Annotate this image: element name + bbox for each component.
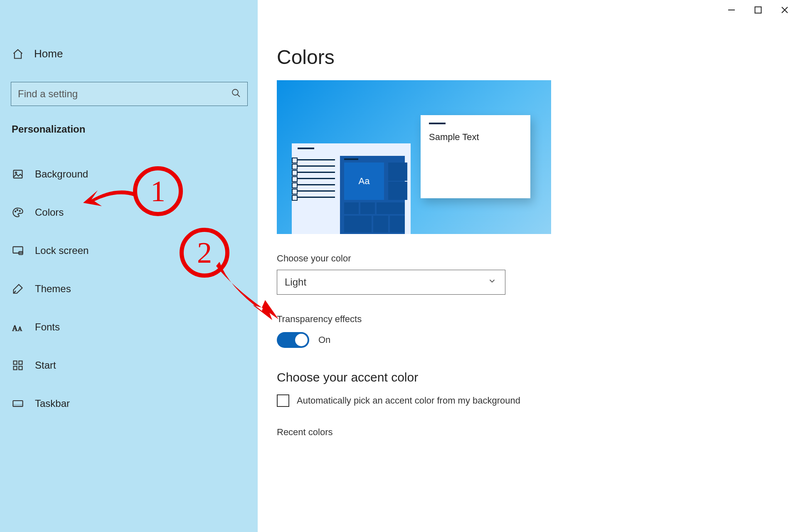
search-input[interactable] <box>11 82 248 106</box>
auto-accent-row[interactable]: Automatically pick an accent color from … <box>277 394 773 407</box>
sidebar-item-taskbar[interactable]: Taskbar <box>0 384 258 423</box>
choose-color-value: Light <box>285 276 306 288</box>
taskbar-icon <box>12 397 24 410</box>
sidebar-section-label: Personalization <box>0 106 258 139</box>
svg-rect-13 <box>19 361 22 365</box>
auto-accent-checkbox[interactable] <box>277 394 289 407</box>
color-preview: Aa Sample Text <box>277 80 551 234</box>
svg-text:A: A <box>18 326 22 332</box>
svg-rect-17 <box>13 404 22 406</box>
sidebar-item-fonts[interactable]: AA Fonts <box>0 308 258 346</box>
monitor-icon <box>12 244 24 257</box>
sidebar-item-label: Taskbar <box>35 398 70 409</box>
auto-accent-label: Automatically pick an accent color from … <box>297 395 520 406</box>
preview-sample-card: Sample Text <box>421 115 530 198</box>
preview-tile-aa: Aa <box>344 163 384 200</box>
svg-text:A: A <box>12 324 18 332</box>
transparency-label: Transparency effects <box>277 314 773 325</box>
home-icon <box>12 48 24 60</box>
sidebar: Home Personalization Background Colors L… <box>0 0 258 532</box>
accent-heading: Choose your accent color <box>277 370 773 384</box>
svg-point-7 <box>20 210 20 211</box>
grid-icon <box>12 359 24 372</box>
svg-rect-14 <box>14 366 17 369</box>
transparency-state: On <box>318 335 330 345</box>
palette-icon <box>12 206 24 219</box>
preview-start-window: Aa <box>292 143 411 234</box>
svg-rect-12 <box>14 361 17 365</box>
svg-rect-8 <box>13 247 22 253</box>
sidebar-home-label: Home <box>34 47 63 60</box>
svg-point-2 <box>232 89 238 95</box>
sidebar-item-start[interactable]: Start <box>0 346 258 384</box>
image-icon <box>12 168 24 180</box>
sidebar-item-label: Themes <box>35 283 71 295</box>
choose-color-select[interactable]: Light <box>277 270 505 295</box>
sidebar-item-label: Start <box>35 360 56 371</box>
svg-point-5 <box>15 211 16 212</box>
sidebar-item-background[interactable]: Background <box>0 155 258 193</box>
svg-point-4 <box>15 172 17 174</box>
page-title: Colors <box>277 46 773 69</box>
content-area: Colors Aa Sample Text Choose your c <box>258 0 798 532</box>
sidebar-item-label: Fonts <box>35 321 60 333</box>
sidebar-home[interactable]: Home <box>0 37 258 70</box>
transparency-toggle[interactable] <box>277 332 309 348</box>
sidebar-item-label: Colors <box>35 207 64 218</box>
search-icon <box>231 88 241 100</box>
sidebar-item-lockscreen[interactable]: Lock screen <box>0 232 258 270</box>
sidebar-item-themes[interactable]: Themes <box>0 270 258 308</box>
brush-icon <box>12 283 24 295</box>
sidebar-item-colors[interactable]: Colors <box>0 193 258 232</box>
svg-rect-15 <box>19 366 22 369</box>
svg-rect-3 <box>14 170 22 178</box>
sidebar-item-label: Background <box>35 168 88 180</box>
recent-colors-label: Recent colors <box>277 427 773 438</box>
font-icon: AA <box>12 321 24 333</box>
chevron-down-icon <box>488 276 497 288</box>
sidebar-item-label: Lock screen <box>35 245 89 256</box>
preview-sample-text: Sample Text <box>429 132 522 143</box>
svg-point-6 <box>17 209 18 210</box>
choose-color-label: Choose your color <box>277 253 773 264</box>
